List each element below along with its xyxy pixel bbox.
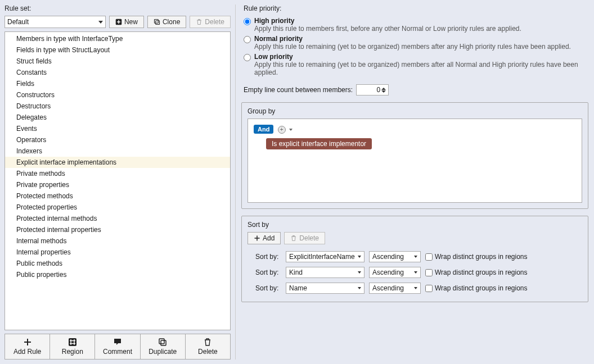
group-by-title: Group by [248,107,582,119]
sort-row: Sort by: Name Ascending Wrap distinct gr… [248,280,582,296]
list-item[interactable]: Constants [5,67,230,78]
sort-direction-select[interactable]: Ascending [369,267,421,278]
sort-row: Sort by: ExplicitInterfaceName Ascending… [248,249,582,265]
list-item[interactable]: Private properties [5,179,230,190]
wrap-regions-label: Wrap distinct groups in regions [435,269,528,276]
list-item[interactable]: Private methods [5,168,230,179]
list-item[interactable]: Struct fields [5,56,230,67]
new-button[interactable]: New [109,16,144,28]
svg-rect-2 [154,20,158,24]
sort-field-select[interactable]: ExplicitInterfaceName [286,251,364,262]
wrap-regions-label: Wrap distinct groups in regions [435,284,528,292]
list-item[interactable]: Fields in type with StructLayout [5,44,230,56]
list-item[interactable]: Destructors [5,101,230,112]
clone-icon [154,19,160,25]
list-item[interactable]: Operators [5,134,230,145]
sort-by-label: Sort by: [255,253,281,261]
svg-rect-4 [161,340,166,345]
trash-icon [203,338,212,347]
chevron-down-icon [98,21,103,24]
wrap-regions-label: Wrap distinct groups in regions [435,253,528,261]
priority-label: Rule priority: [240,4,590,13]
rules-list[interactable]: Members in type with InterfaceTypeFields… [4,31,231,330]
list-item[interactable]: Fields [5,78,230,89]
chevron-down-icon [414,256,417,258]
chevron-up-icon[interactable] [381,88,386,90]
add-rule-button[interactable]: Add Rule [5,334,50,359]
sort-direction-select[interactable]: Ascending [369,251,421,262]
list-item[interactable]: Public properties [5,269,230,280]
list-item[interactable]: Protected internal properties [5,224,230,235]
condition-chip[interactable]: Is explicit interface implementor [266,138,372,149]
priority-title: High priority [254,17,521,25]
list-item[interactable]: Constructors [5,89,230,101]
wrap-regions-checkbox[interactable] [425,285,433,292]
clone-button[interactable]: Clone [147,16,186,28]
region-button[interactable]: Region [50,334,95,359]
ruleset-label: Rule set: [4,4,231,12]
wrap-regions-checkbox[interactable] [425,253,433,261]
list-item[interactable]: Protected internal methods [5,213,230,224]
svg-rect-5 [159,339,164,344]
priority-option[interactable]: Normal priority Apply this rule to remai… [240,34,590,52]
list-item[interactable]: Public methods [5,258,230,269]
hash-icon [68,338,77,347]
svg-rect-3 [69,338,76,346]
chevron-down-icon [358,271,361,274]
group-by-panel: Group by And + Is explicit interface imp… [241,102,588,209]
ruleset-select[interactable]: Default [4,16,106,28]
list-item[interactable]: Delegates [5,112,230,123]
comment-icon [113,338,122,347]
sort-by-label: Sort by: [255,284,281,292]
svg-rect-1 [156,21,160,25]
priority-desc: Apply this rule to remaining (yet to be … [254,61,586,76]
sort-row: Sort by: Kind Ascending Wrap distinct gr… [248,265,582,280]
list-item[interactable]: Internal methods [5,235,230,247]
list-item[interactable]: Members in type with InterfaceType [5,33,230,44]
priority-option[interactable]: Low priority Apply this rule to remainin… [240,52,590,78]
list-item[interactable]: Protected properties [5,202,230,213]
plus-icon [23,338,32,347]
list-item[interactable]: Indexers [5,145,230,157]
sort-field-select[interactable]: Name [286,283,364,294]
sort-by-title: Sort by [248,221,582,232]
ruleset-select-value: Default [7,18,29,26]
chevron-down-icon [414,287,417,289]
list-item[interactable]: Explicit interface implementations [5,157,230,168]
priority-option[interactable]: High priority Apply this rule to members… [240,16,590,34]
add-condition-button[interactable]: + [278,126,286,134]
trash-icon [196,19,202,25]
comment-button[interactable]: Comment [95,334,140,359]
list-item[interactable]: Events [5,123,230,134]
wrap-regions-checkbox[interactable] [425,269,433,276]
chevron-down-icon[interactable] [381,90,386,93]
delete-ruleset-button[interactable]: Delete [190,16,231,28]
plus-square-icon [115,19,122,25]
duplicate-button[interactable]: Duplicate [141,334,186,359]
empty-line-spinner[interactable]: 0 [356,84,389,95]
chevron-down-icon[interactable] [289,129,292,131]
delete-sort-button[interactable]: Delete [284,232,325,244]
empty-line-value: 0 [376,86,380,94]
priority-desc: Apply this rule to members first, before… [254,25,521,33]
chevron-down-icon [358,256,361,258]
delete-rule-button[interactable]: Delete [186,334,230,359]
chevron-down-icon [414,271,417,274]
sort-by-label: Sort by: [255,269,281,276]
radio-input[interactable] [244,36,251,43]
list-item[interactable]: Protected methods [5,190,230,202]
sort-direction-select[interactable]: Ascending [369,283,421,294]
and-chip[interactable]: And [254,125,273,134]
plus-icon [254,235,260,242]
radio-input[interactable] [244,18,251,25]
priority-desc: Apply this rule to remaining (yet to be … [254,43,571,51]
sort-field-select[interactable]: Kind [286,267,364,278]
priority-title: Low priority [254,53,586,61]
sort-by-panel: Sort by Add Delete Sort by: ExplicitInte… [241,216,588,302]
radio-input[interactable] [244,54,251,61]
chevron-down-icon [358,287,361,289]
duplicate-icon [158,338,167,347]
priority-title: Normal priority [254,35,571,43]
add-sort-button[interactable]: Add [248,232,281,244]
list-item[interactable]: Internal properties [5,247,230,258]
